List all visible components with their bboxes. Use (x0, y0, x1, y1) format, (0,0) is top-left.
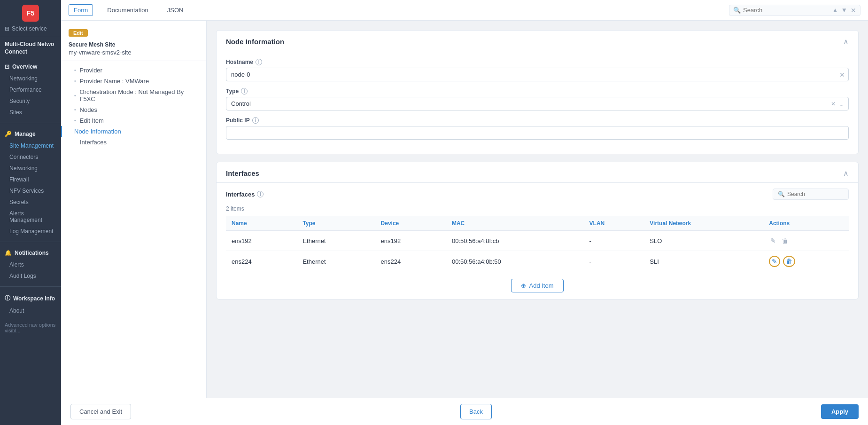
main-area: Form Documentation JSON 🔍 ▲ ▼ ✕ Edit Sec… (61, 0, 868, 425)
col-mac: MAC (446, 216, 584, 231)
app-logo: F5 (22, 5, 39, 22)
search-close-button[interactable]: ✕ (851, 7, 856, 14)
tab-json[interactable]: JSON (163, 5, 188, 16)
bullet-icon: • (74, 68, 76, 73)
workspace-label: Workspace Info (13, 295, 55, 302)
overview-label: Overview (12, 63, 37, 70)
tree-item-edit-item[interactable]: • Edit Item (61, 115, 206, 126)
sidebar-item-secrets[interactable]: Secrets (0, 197, 61, 208)
sidebar-item-performance[interactable]: Performance (0, 84, 61, 95)
hostname-input-wrapper: ✕ (226, 68, 849, 81)
public-ip-info-icon[interactable]: i (252, 117, 259, 124)
interfaces-search-input[interactable] (787, 191, 844, 197)
back-button[interactable]: Back (460, 404, 492, 419)
topbar-search-icon: 🔍 (733, 7, 741, 14)
sidebar-item-sites[interactable]: Sites (0, 107, 61, 118)
col-vlan: VLAN (584, 216, 644, 231)
type-select[interactable]: Control Worker (226, 97, 849, 110)
nav-tree: • Provider • Provider Name : VMWare • Or… (61, 61, 206, 151)
sidebar-item-log-management[interactable]: Log Management (0, 226, 61, 237)
sidebar-item-networking[interactable]: Networking (0, 73, 61, 84)
add-item-label: Add Item (529, 282, 553, 289)
interfaces-info-icon[interactable]: i (257, 191, 264, 197)
tree-item-nodes[interactable]: • Nodes (61, 104, 206, 115)
public-ip-group: Public IP i (226, 117, 849, 140)
item-count: 2 items (217, 204, 858, 216)
sidebar-item-alerts-management[interactable]: Alerts Management (0, 208, 61, 226)
row2-edit-button[interactable]: ✎ (769, 256, 780, 267)
col-device: Device (375, 216, 446, 231)
row1-edit-button[interactable]: ✎ (769, 236, 777, 246)
sidebar-item-nfv-services[interactable]: NFV Services (0, 185, 61, 197)
bullet-icon: • (74, 118, 76, 123)
tree-item-label: Nodes (80, 106, 98, 113)
sidebar-section-workspace-header[interactable]: ⓘ Workspace Info (0, 291, 61, 305)
sidebar-section-manage-header[interactable]: 🔑 Manage (0, 128, 61, 140)
tree-item-provider-name[interactable]: • Provider Name : VMWare (61, 76, 206, 87)
edit-badge: Edit (69, 29, 88, 37)
tab-documentation[interactable]: Documentation (102, 5, 153, 16)
sidebar-section-notifications-header[interactable]: 🔔 Notifications (0, 247, 61, 259)
bullet-icon: • (74, 79, 76, 84)
sidebar-item-about[interactable]: About (0, 305, 61, 316)
row2-vlan: - (584, 251, 644, 272)
tree-item-provider[interactable]: • Provider (61, 65, 206, 76)
sidebar-item-alerts[interactable]: Alerts (0, 259, 61, 270)
interfaces-collapse-button[interactable]: ∧ (843, 169, 849, 178)
sidebar-item-site-management[interactable]: Site Management (0, 140, 61, 151)
interfaces-search-box: 🔍 (773, 189, 849, 200)
select-service-button[interactable]: ⊞ Select service (0, 22, 61, 36)
tree-item-label: Provider (80, 67, 102, 74)
bullet-icon: • (74, 93, 76, 98)
interfaces-sub-label: Interfaces i (226, 191, 264, 198)
row1-name: ens192 (226, 231, 297, 251)
public-ip-input[interactable] (226, 126, 849, 140)
app-title: Multi-Cloud Netwo Connect (0, 36, 61, 58)
row1-vlan: - (584, 231, 644, 251)
sidebar-item-security[interactable]: Security (0, 95, 61, 107)
apply-button[interactable]: Apply (821, 404, 859, 419)
tree-item-interfaces[interactable]: Interfaces (61, 137, 206, 148)
adv-nav-text: Advanced nav options visibl... (0, 319, 61, 336)
type-group: Type i ✕ Control Worker (226, 88, 849, 110)
row1-actions: ✎ 🗑 (763, 231, 849, 251)
row2-device: ens224 (375, 251, 446, 272)
search-prev-button[interactable]: ▲ (831, 7, 839, 14)
row1-mac: 00:50:56:a4:8f:cb (446, 231, 584, 251)
sidebar-item-audit-logs[interactable]: Audit Logs (0, 270, 61, 282)
tree-item-node-information[interactable]: Node Information (61, 126, 206, 137)
search-next-button[interactable]: ▼ (840, 7, 848, 14)
sidebar-item-firewall[interactable]: Firewall (0, 174, 61, 185)
manage-icon: 🔑 (5, 131, 12, 137)
type-clear-button[interactable]: ✕ (831, 101, 836, 107)
topbar-search-input[interactable] (743, 7, 829, 14)
col-virtual-network: Virtual Network (644, 216, 763, 231)
site-name-block: Secure Mesh Site my-vmware-smsv2-site (61, 40, 206, 61)
tree-item-label: Provider Name : VMWare (80, 78, 149, 85)
topbar: Form Documentation JSON 🔍 ▲ ▼ ✕ (61, 0, 868, 21)
sidebar-section-workspace: ⓘ Workspace Info About (0, 289, 61, 319)
row2-type: Ethernet (297, 251, 375, 272)
interfaces-card-title: Interfaces (226, 169, 259, 177)
sidebar-item-manage-networking[interactable]: Networking (0, 163, 61, 174)
cancel-exit-button[interactable]: Cancel and Exit (70, 404, 131, 419)
type-info-icon[interactable]: i (241, 88, 248, 94)
row1-delete-button[interactable]: 🗑 (780, 236, 790, 246)
interfaces-search-icon: 🔍 (778, 191, 785, 197)
hostname-input[interactable] (226, 68, 849, 81)
tab-form[interactable]: Form (69, 4, 93, 16)
public-ip-label: Public IP i (226, 117, 849, 124)
hostname-info-icon[interactable]: i (256, 59, 262, 65)
row2-delete-button[interactable]: 🗑 (783, 256, 795, 267)
bullet-icon: • (74, 107, 76, 112)
sidebar-item-connectors[interactable]: Connectors (0, 151, 61, 163)
hostname-clear-button[interactable]: ✕ (839, 71, 845, 79)
notifications-label: Notifications (15, 250, 49, 256)
sidebar-section-overview-header[interactable]: ⊡ Overview (0, 61, 61, 73)
add-item-button[interactable]: ⊕ Add Item (511, 279, 563, 292)
interfaces-card-header: Interfaces ∧ (217, 162, 858, 183)
node-info-collapse-button[interactable]: ∧ (843, 37, 849, 46)
row2-name: ens224 (226, 251, 297, 272)
tree-item-orchestration[interactable]: • Orchestration Mode : Not Managed By F5… (61, 87, 206, 104)
footer: Cancel and Exit Back Apply (61, 398, 868, 425)
